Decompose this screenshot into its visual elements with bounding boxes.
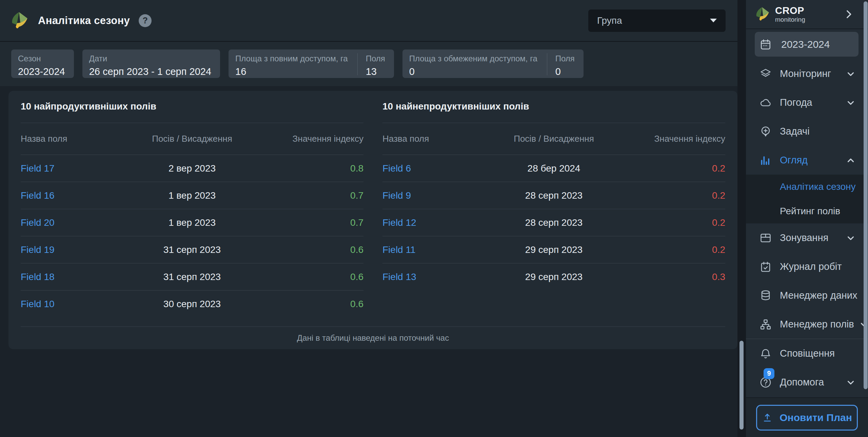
sidebar-item-data-manager[interactable]: Менеджер даних [746, 281, 868, 310]
table-row: Field 12 28 серп 2023 0.2 [382, 209, 725, 236]
chip-divider [547, 53, 547, 75]
sidebar-item-label: Сповіщення [780, 348, 835, 359]
field-link[interactable]: Field 12 [382, 217, 487, 228]
top-header: Аналітика сезону ? Група [0, 0, 746, 42]
table-row: Field 19 31 серп 2023 0.6 [21, 236, 363, 263]
index-value: 0.6 [259, 299, 363, 310]
sidebar-item-label: Огляд [780, 155, 808, 166]
field-link[interactable]: Field 6 [382, 163, 487, 174]
group-dropdown[interactable]: Група [588, 9, 726, 32]
most-productive-panel: 10 найпродуктивніших полів Назва поля По… [21, 91, 363, 318]
brand-subtitle: monitoring [775, 16, 805, 23]
index-value: 0.8 [259, 163, 363, 174]
full-access-fields-value: 13 [366, 66, 385, 77]
field-link[interactable]: Field 18 [21, 272, 125, 282]
sowing-date: 28 серп 2023 [487, 190, 620, 201]
sowing-date: 28 бер 2024 [487, 163, 620, 174]
sidebar-item-zoning[interactable]: Зонування [746, 223, 868, 252]
app-window: Аналітика сезону ? Група Сезон 2023-2024… [0, 0, 868, 437]
sidebar-item-monitoring[interactable]: Моніторинг [746, 59, 868, 88]
season-chip: Сезон 2023-2024 [11, 49, 74, 78]
index-value: 0.6 [259, 272, 363, 282]
table-row: Field 16 1 вер 2023 0.7 [21, 182, 363, 209]
update-plan-button[interactable]: Оновити План [756, 405, 858, 431]
limited-access-area-value: 0 [409, 66, 537, 77]
sowing-date: 1 вер 2023 [125, 217, 259, 228]
table-footnote: Дані в таблиці наведені на поточний час [21, 326, 725, 349]
submenu-item-season-analytics[interactable]: Аналітика сезону [746, 175, 868, 199]
col-index: Значення індексу [620, 134, 725, 144]
sowing-date: 29 серп 2023 [487, 244, 620, 255]
hierarchy-icon [760, 318, 772, 331]
bell-icon [760, 347, 772, 360]
crop-logo-icon [10, 11, 29, 30]
sidebar-item-label: Менеджер даних [780, 290, 857, 301]
cloud-icon [760, 97, 772, 109]
main-area: Аналітика сезону ? Група Сезон 2023-2024… [0, 0, 746, 437]
sidebar-item-label: Менеджер полів [780, 319, 854, 330]
group-dropdown-label: Група [597, 15, 622, 26]
help-icon[interactable]: ? [139, 14, 152, 27]
sidebar-season-selector[interactable]: 2023-2024 [755, 32, 859, 57]
sidebar-item-overview[interactable]: Огляд [746, 146, 868, 175]
sidebar-item-weather[interactable]: Погода [746, 88, 868, 117]
sidebar-item-work-log[interactable]: Журнал робіт [746, 252, 868, 281]
index-value: 0.3 [620, 272, 725, 282]
field-link[interactable]: Field 19 [21, 244, 125, 255]
update-plan-label: Оновити План [780, 412, 852, 423]
sowing-date: 1 вер 2023 [125, 190, 259, 201]
index-value: 0.7 [259, 190, 363, 201]
limited-access-area-label: Площа з обмеженим доступом, га [409, 54, 537, 63]
field-link[interactable]: Field 17 [21, 163, 125, 174]
field-link[interactable]: Field 16 [21, 190, 125, 201]
sidebar-item-label: Задачі [780, 126, 810, 137]
sidebar-item-notifications[interactable]: Сповіщення [746, 339, 868, 368]
layers-icon [760, 68, 772, 80]
table-header-row: Назва поля Посів / Висадження Значення і… [21, 123, 363, 155]
caret-down-icon [710, 19, 717, 22]
full-access-area-value: 16 [235, 66, 348, 77]
work-log-icon [760, 261, 772, 273]
full-access-fields-label: Поля [366, 54, 385, 63]
sowing-date: 31 серп 2023 [125, 244, 259, 255]
submenu-item-field-ranking[interactable]: Рейтинг полів [746, 199, 868, 223]
sidebar-item-tasks[interactable]: Задачі [746, 117, 868, 146]
sidebar-collapse-icon[interactable] [843, 8, 854, 20]
sidebar-item-label: Журнал робіт [780, 261, 842, 272]
sidebar-item-label: Погода [780, 97, 812, 108]
table-row: Field 6 28 бер 2024 0.2 [382, 155, 725, 182]
sidebar-item-field-manager[interactable]: Менеджер полів [746, 310, 868, 339]
dates-label: Дати [89, 54, 211, 63]
field-link[interactable]: Field 11 [382, 244, 487, 255]
sidebar-menu: 2023-2024 Моніторинг Погода [746, 29, 868, 397]
table-row: Field 9 28 серп 2023 0.2 [382, 182, 725, 209]
sidebar-scrollbar-thumb[interactable] [864, 1, 868, 389]
index-value: 0.2 [620, 190, 725, 201]
sidebar-header: CROP monitoring [746, 0, 868, 29]
field-link[interactable]: Field 9 [382, 190, 487, 201]
least-productive-title: 10 найнепродуктивніших полів [382, 91, 725, 123]
main-scrollbar-thumb[interactable] [739, 341, 744, 430]
upload-icon [762, 412, 773, 423]
col-field-name: Назва поля [21, 134, 125, 144]
task-pin-plus-icon [760, 125, 772, 138]
sidebar-item-help[interactable]: 9 Допомога [746, 368, 868, 397]
season-label: Сезон [18, 54, 65, 63]
brand-name: CROP [775, 6, 805, 16]
field-link[interactable]: Field 13 [382, 272, 487, 282]
index-value: 0.7 [259, 217, 363, 228]
page-title: Аналітика сезону [38, 15, 130, 27]
table-header-row: Назва поля Посів / Висадження Значення і… [382, 123, 725, 155]
sidebar-item-label: Моніторинг [780, 68, 831, 79]
col-index: Значення індексу [259, 134, 363, 144]
full-access-chip: Площа з повним доступом, га 16 Поля 13 [229, 49, 394, 78]
sidebar: CROP monitoring 2023-2024 [746, 0, 868, 437]
chevron-down-icon [846, 69, 856, 79]
field-link[interactable]: Field 20 [21, 217, 125, 228]
col-sowing: Посів / Висадження [125, 134, 259, 144]
sidebar-item-label: Зонування [780, 232, 828, 243]
sidebar-footer: Оновити План [746, 397, 868, 437]
crop-logo-icon [755, 6, 770, 22]
field-link[interactable]: Field 10 [21, 299, 125, 310]
table-row: Field 11 29 серп 2023 0.2 [382, 236, 725, 263]
